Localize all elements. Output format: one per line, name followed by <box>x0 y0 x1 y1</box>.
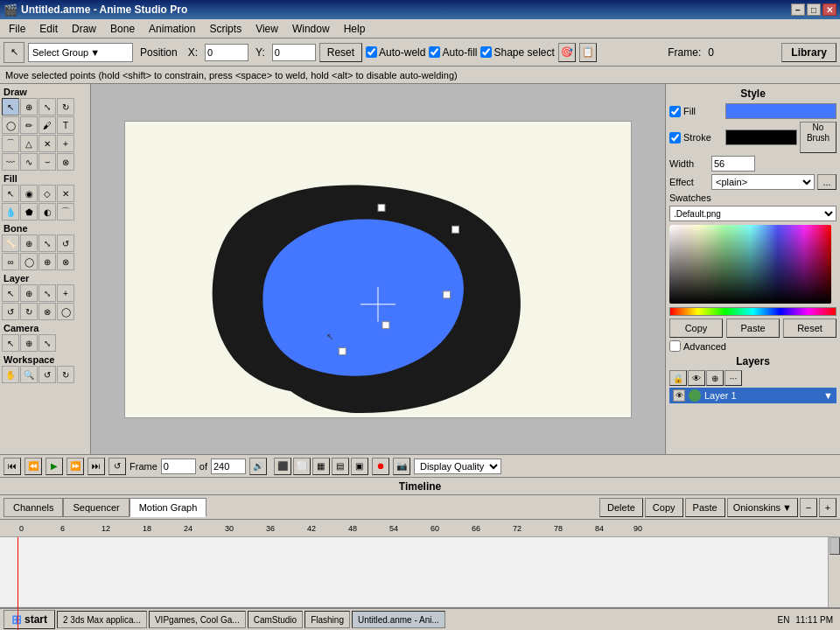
layers-btn-3[interactable]: ⊕ <box>706 370 724 386</box>
y-input[interactable] <box>272 44 316 61</box>
view-mode-5[interactable]: ▣ <box>351 458 368 475</box>
layers-btn-more[interactable]: ··· <box>724 370 742 386</box>
reset-color-button[interactable]: Reset <box>783 318 836 338</box>
paste-color-button[interactable]: Paste <box>726 318 780 338</box>
zoom-in-button[interactable]: + <box>819 498 836 517</box>
fill-color-swatch[interactable] <box>725 103 836 119</box>
layers-btn-1[interactable]: 🔒 <box>669 370 687 386</box>
menu-window[interactable]: Window <box>285 21 337 37</box>
control-point-2[interactable] <box>444 290 451 298</box>
stroke-checkbox[interactable] <box>669 132 681 144</box>
start-button[interactable]: ⊞ start <box>4 610 55 629</box>
tool-eyedropper[interactable]: 💧 <box>2 203 19 220</box>
tool-layer7[interactable]: ⊗ <box>38 303 56 320</box>
total-frames-input[interactable] <box>211 458 246 474</box>
tool-select[interactable]: ↖ <box>2 98 19 116</box>
stroke-color-swatch[interactable] <box>725 130 797 145</box>
tool-shape[interactable]: △ <box>20 135 38 152</box>
zoom-out-button[interactable]: − <box>800 498 817 517</box>
tool-brush[interactable]: 🖌 <box>38 116 56 134</box>
minimize-button[interactable]: − <box>791 4 805 16</box>
tool-rotate[interactable]: ↻ <box>57 98 74 116</box>
tool-delete-point[interactable]: ✕ <box>38 135 56 152</box>
tool-cam3[interactable]: ⤡ <box>38 334 56 352</box>
tab-motion-graph[interactable]: Motion Graph <box>130 498 207 517</box>
reset-button[interactable]: Reset <box>319 43 362 62</box>
toolbar-icon-btn1[interactable]: 🎯 <box>558 43 576 62</box>
tab-channels[interactable]: Channels <box>4 498 63 517</box>
control-point-1[interactable] <box>382 321 389 328</box>
copy-color-button[interactable]: Copy <box>669 318 723 338</box>
menu-edit[interactable]: Edit <box>32 21 65 37</box>
camera-button[interactable]: 📷 <box>393 458 410 475</box>
tool-bone7[interactable]: ⊕ <box>38 253 56 270</box>
current-frame-input[interactable] <box>161 458 196 474</box>
tool-ws1[interactable]: ✋ <box>2 366 19 383</box>
view-mode-2[interactable]: ⬜ <box>293 458 311 475</box>
tool-fill-extra[interactable]: ⌒ <box>57 203 74 220</box>
taskbar-camstudio[interactable]: CamStudio <box>248 611 303 628</box>
fill-checkbox[interactable] <box>669 106 681 117</box>
taskbar-flashing[interactable]: Flashing <box>304 611 350 628</box>
tool-transform[interactable]: ⊕ <box>20 98 38 116</box>
tool-paint-bucket[interactable]: ⬟ <box>20 203 38 220</box>
copy-keyframe-button[interactable]: Copy <box>645 498 683 517</box>
tool-ws2[interactable]: 🔍 <box>20 366 38 383</box>
tool-fill-shape[interactable]: ◇ <box>38 185 56 202</box>
menu-view[interactable]: View <box>248 21 285 37</box>
menu-scripts[interactable]: Scripts <box>202 21 248 37</box>
toolbar-pointer-tool[interactable]: ↖ <box>4 42 24 63</box>
menu-animation[interactable]: Animation <box>142 21 202 37</box>
effect-more-button[interactable]: ... <box>817 174 836 190</box>
tool-fill-delete[interactable]: ✕ <box>57 185 74 202</box>
auto-fill-checkbox[interactable]: Auto-fill <box>429 46 477 59</box>
hue-bar[interactable] <box>669 307 836 316</box>
tool-scale[interactable]: ⤡ <box>38 98 56 116</box>
tool-smooth[interactable]: ∿ <box>20 153 38 171</box>
tool-ws4[interactable]: ↻ <box>57 366 74 383</box>
tool-fill-select[interactable]: ↖ <box>2 185 19 202</box>
taskbar-vipgames[interactable]: VIPgames, Cool Ga... <box>149 611 246 628</box>
canvas-area[interactable]: ↖ <box>91 84 665 454</box>
tool-layer4[interactable]: + <box>57 284 74 302</box>
menu-help[interactable]: Help <box>337 21 373 37</box>
volume-button[interactable]: 🔊 <box>249 458 267 475</box>
no-brush-button[interactable]: No Brush <box>800 122 836 153</box>
tool-freehand[interactable]: 〰 <box>2 153 19 171</box>
scrollbar-thumb[interactable] <box>830 537 840 555</box>
view-mode-1[interactable]: ⬛ <box>274 458 291 475</box>
control-point-5[interactable] <box>452 226 459 233</box>
paste-keyframe-button[interactable]: Paste <box>685 498 725 517</box>
tool-bone5[interactable]: ∞ <box>2 253 19 270</box>
play-button[interactable]: ▶ <box>46 458 63 475</box>
tool-layer2[interactable]: ⊕ <box>20 284 38 302</box>
onionskins-dropdown[interactable]: Onionskins ▼ <box>727 498 798 517</box>
menu-bone[interactable]: Bone <box>103 21 142 37</box>
width-input[interactable] <box>711 156 755 172</box>
layers-btn-2[interactable]: 👁 <box>688 370 705 386</box>
timeline-playhead[interactable] <box>18 537 18 630</box>
quality-dropdown[interactable]: Display Quality <box>414 458 501 474</box>
auto-weld-checkbox[interactable]: Auto-weld <box>366 46 425 59</box>
tool-add-point[interactable]: + <box>57 135 74 152</box>
library-button[interactable]: Library <box>781 43 836 62</box>
record-button[interactable]: ⏺ <box>372 458 389 475</box>
tool-cam2[interactable]: ⊕ <box>20 334 38 352</box>
tool-arc[interactable]: ⌣ <box>38 153 56 171</box>
tool-fill-paint[interactable]: ◉ <box>20 185 38 202</box>
tool-bone1[interactable]: 🦴 <box>2 234 19 252</box>
tool-bone6[interactable]: ◯ <box>20 253 38 270</box>
tool-text[interactable]: T <box>57 116 74 134</box>
tool-bone3[interactable]: ⤡ <box>38 234 56 252</box>
taskbar-3dsmax[interactable]: 2 3ds Max applica... <box>57 611 147 628</box>
tool-layer5[interactable]: ↺ <box>2 303 19 320</box>
next-frame-button[interactable]: ⏩ <box>66 458 84 475</box>
tool-gradient[interactable]: ◐ <box>38 203 56 220</box>
taskbar-animestudio[interactable]: Untitled.anme - Ani... <box>352 611 445 628</box>
view-mode-4[interactable]: ▤ <box>332 458 349 475</box>
tool-magnet[interactable]: ◯ <box>2 116 19 134</box>
menu-file[interactable]: File <box>2 21 32 37</box>
tool-cam1[interactable]: ↖ <box>2 334 19 352</box>
delete-keyframe-button[interactable]: Delete <box>599 498 643 517</box>
color-gradient[interactable] <box>669 225 831 304</box>
